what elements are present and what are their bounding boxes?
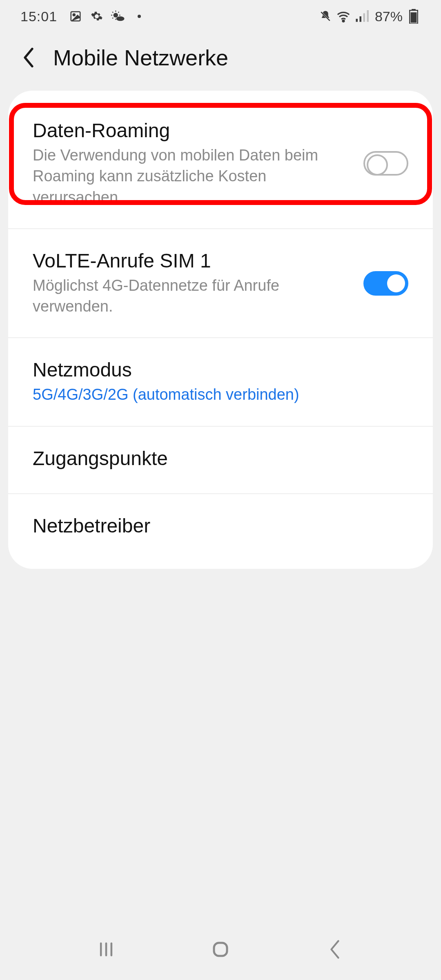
svg-point-2 bbox=[114, 13, 118, 18]
status-right: 87% bbox=[318, 9, 421, 24]
back-button[interactable] bbox=[20, 45, 37, 70]
svg-rect-5 bbox=[356, 19, 358, 22]
weather-icon bbox=[111, 9, 125, 23]
data-roaming-toggle[interactable] bbox=[363, 151, 408, 176]
row-title: Daten-Roaming bbox=[33, 119, 351, 142]
battery-text: 87% bbox=[375, 9, 403, 24]
svg-rect-7 bbox=[363, 13, 365, 22]
svg-point-3 bbox=[116, 16, 125, 21]
svg-rect-15 bbox=[214, 943, 227, 956]
system-nav-bar bbox=[0, 927, 441, 980]
row-subtitle: 5G/4G/3G/2G (automatisch verbinden) bbox=[33, 384, 408, 405]
signal-icon bbox=[354, 9, 371, 23]
home-button[interactable] bbox=[206, 935, 235, 964]
row-text: Netzmodus 5G/4G/3G/2G (automatisch verbi… bbox=[33, 359, 408, 405]
svg-point-1 bbox=[73, 14, 75, 16]
row-title: Zugangspunkte bbox=[33, 447, 408, 470]
row-text: VoLTE-Anrufe SIM 1 Möglichst 4G-Datennet… bbox=[33, 249, 351, 317]
status-bar: 15:01 87% bbox=[0, 0, 441, 33]
page-header: Mobile Netzwerke bbox=[0, 33, 441, 91]
row-text: Netzbetreiber bbox=[33, 514, 408, 540]
nav-back-button[interactable] bbox=[321, 935, 349, 964]
recent-apps-button[interactable] bbox=[92, 935, 120, 964]
row-apn[interactable]: Zugangspunkte bbox=[8, 426, 433, 493]
row-volte[interactable]: VoLTE-Anrufe SIM 1 Möglichst 4G-Datennet… bbox=[8, 228, 433, 338]
row-text: Zugangspunkte bbox=[33, 447, 408, 473]
row-net-mode[interactable]: Netzmodus 5G/4G/3G/2G (automatisch verbi… bbox=[8, 337, 433, 425]
row-title: Netzbetreiber bbox=[33, 514, 408, 537]
row-subtitle: Die Verwendung von mobilen Daten beim Ro… bbox=[33, 145, 351, 208]
row-title: VoLTE-Anrufe SIM 1 bbox=[33, 249, 351, 272]
svg-point-4 bbox=[343, 20, 344, 22]
volte-toggle[interactable] bbox=[363, 271, 408, 296]
row-subtitle: Möglichst 4G-Datennetze für Anrufe verwe… bbox=[33, 275, 351, 317]
svg-rect-6 bbox=[359, 16, 361, 22]
dot-icon bbox=[132, 9, 146, 23]
svg-rect-8 bbox=[367, 10, 369, 22]
svg-rect-11 bbox=[411, 12, 417, 22]
row-carrier[interactable]: Netzbetreiber bbox=[8, 493, 433, 569]
battery-icon bbox=[407, 9, 421, 23]
wifi-icon bbox=[336, 9, 350, 23]
gear-icon bbox=[90, 9, 104, 23]
row-data-roaming[interactable]: Daten-Roaming Die Verwendung von mobilen… bbox=[8, 91, 433, 228]
gallery-icon bbox=[69, 9, 82, 23]
status-left: 15:01 bbox=[20, 9, 146, 24]
page-title: Mobile Netzwerke bbox=[53, 45, 228, 70]
status-time: 15:01 bbox=[20, 9, 57, 24]
mute-icon bbox=[318, 9, 332, 23]
row-title: Netzmodus bbox=[33, 359, 408, 381]
row-text: Daten-Roaming Die Verwendung von mobilen… bbox=[33, 119, 351, 208]
settings-card: Daten-Roaming Die Verwendung von mobilen… bbox=[8, 91, 433, 569]
